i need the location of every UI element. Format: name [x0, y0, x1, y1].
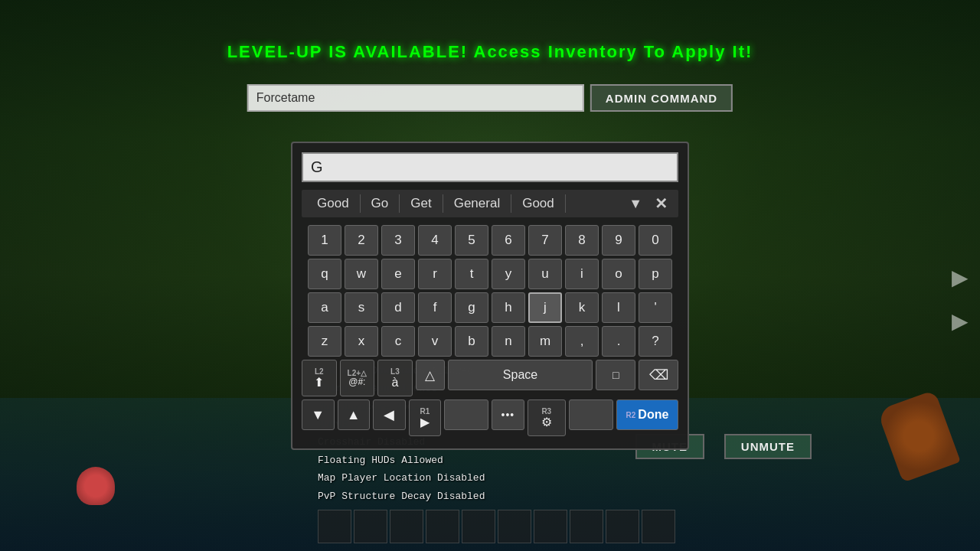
unmute-button[interactable]: UNMUTE — [724, 434, 812, 459]
level-up-banner: LEVEL-UP IS AVAILABLE! Access Inventory … — [227, 42, 753, 62]
hotbar-slot-5[interactable] — [462, 510, 495, 543]
hotbar-slot-3[interactable] — [390, 510, 423, 543]
key-n[interactable]: n — [492, 326, 525, 357]
hotbar-slot-6[interactable] — [498, 510, 531, 543]
suggestion-good1[interactable]: Good — [306, 194, 361, 213]
qwerty-row: q w e r t y u i o p — [302, 259, 678, 289]
right-arrow-1[interactable]: ▶ — [952, 265, 969, 290]
suggestion-good2[interactable]: Good — [511, 194, 566, 213]
hotbar-slot-7[interactable] — [534, 510, 567, 543]
key-1[interactable]: 1 — [308, 225, 341, 256]
key-down-arrow[interactable]: ▼ — [302, 399, 335, 430]
key-comma[interactable]: , — [565, 326, 599, 357]
key-s[interactable]: s — [345, 292, 378, 323]
key-d[interactable]: d — [381, 292, 415, 323]
key-h[interactable]: h — [492, 292, 525, 323]
hotbar-slot-10[interactable] — [642, 510, 675, 543]
key-b[interactable]: b — [455, 326, 488, 357]
suggestions-close-button[interactable]: ✕ — [648, 193, 674, 214]
suggestion-go[interactable]: Go — [361, 194, 400, 213]
hotbar-slot-8[interactable] — [570, 510, 603, 543]
key-y[interactable]: y — [492, 259, 525, 289]
keyboard-search-input[interactable] — [302, 152, 678, 182]
key-0[interactable]: 0 — [639, 225, 672, 256]
key-g[interactable]: g — [455, 292, 488, 323]
hotbar-slot-9[interactable] — [606, 510, 639, 543]
server-info-line-8: PvP Structure Decay Disabled — [318, 487, 485, 505]
key-r3-gear[interactable]: R3 ⚙ — [528, 399, 566, 436]
key-2[interactable]: 2 — [345, 225, 378, 256]
key-m[interactable]: m — [528, 326, 562, 357]
server-info-line-6: Floating HUDs Allowed — [318, 452, 485, 469]
upload-icon: ⬆ — [314, 376, 324, 390]
key-l2-upload[interactable]: L2 ⬆ — [302, 360, 337, 396]
nav-row: ▼ ▲ ◀ R1 ▶ ••• R3 ⚙ R2Done — [302, 399, 678, 436]
key-3[interactable]: 3 — [381, 225, 415, 256]
key-4[interactable]: 4 — [418, 225, 452, 256]
key-u[interactable]: u — [528, 259, 562, 289]
key-6[interactable]: 6 — [492, 225, 525, 256]
suggestions-expand-button[interactable]: ▼ — [622, 194, 648, 214]
key-apostrophe[interactable]: ' — [639, 292, 672, 323]
admin-command-button[interactable]: ADMIN COMMAND — [590, 84, 733, 112]
key-x[interactable]: x — [345, 326, 378, 357]
suggestions-row: Good Go Get General Good ▼ ✕ — [302, 190, 678, 217]
l3-label: L3 — [390, 367, 400, 376]
key-p[interactable]: p — [639, 259, 672, 289]
key-r[interactable]: r — [418, 259, 452, 289]
key-9[interactable]: 9 — [602, 225, 635, 256]
key-c[interactable]: c — [381, 326, 415, 357]
asdf-row: a s d f g h j k l ' — [302, 292, 678, 323]
command-input[interactable] — [247, 84, 584, 112]
hotbar-slot-2[interactable] — [354, 510, 387, 543]
key-8[interactable]: 8 — [565, 225, 599, 256]
key-e[interactable]: e — [381, 259, 415, 289]
key-empty2 — [569, 399, 613, 430]
accent-char: à — [391, 376, 398, 390]
key-j[interactable]: j — [528, 292, 562, 323]
r3-label: R3 — [541, 407, 551, 416]
hotbar — [318, 510, 675, 543]
key-a[interactable]: a — [308, 292, 341, 323]
key-question[interactable]: ? — [639, 326, 672, 357]
key-f[interactable]: f — [418, 292, 452, 323]
key-done[interactable]: R2Done — [616, 399, 678, 430]
right-arrow-2[interactable]: ▶ — [952, 308, 969, 334]
key-7[interactable]: 7 — [528, 225, 562, 256]
key-empty1 — [444, 399, 488, 430]
r1-label: R1 — [420, 407, 430, 416]
key-l3-accent[interactable]: L3 à — [377, 360, 413, 396]
key-q[interactable]: q — [308, 259, 341, 289]
hotbar-slot-1[interactable] — [318, 510, 351, 543]
key-square[interactable]: □ — [596, 360, 635, 390]
symbols-label: @#: — [348, 377, 365, 387]
play-icon: ▶ — [420, 416, 430, 429]
key-up-arrow[interactable]: ▲ — [338, 399, 371, 430]
suggestion-general[interactable]: General — [443, 194, 511, 213]
key-period[interactable]: . — [602, 326, 635, 357]
admin-bar: ADMIN COMMAND — [247, 84, 733, 112]
key-v[interactable]: v — [418, 326, 452, 357]
key-dots[interactable]: ••• — [492, 399, 524, 430]
key-backspace[interactable]: ⌫ — [639, 360, 678, 390]
key-5[interactable]: 5 — [455, 225, 488, 256]
modifier-row: L2 ⬆ L2+△ @#: L3 à △ Space □ ⌫ — [302, 360, 678, 396]
key-l[interactable]: l — [602, 292, 635, 323]
key-r1[interactable]: R1 ▶ — [409, 399, 442, 436]
zxcv-row: z x c v b n m , . ? — [302, 326, 678, 357]
hotbar-slot-4[interactable] — [426, 510, 459, 543]
key-left-arrow[interactable]: ◀ — [373, 399, 406, 430]
key-w[interactable]: w — [345, 259, 378, 289]
keyboard-panel: Good Go Get General Good ▼ ✕ 1 2 3 4 5 6… — [291, 142, 689, 450]
key-t[interactable]: t — [455, 259, 488, 289]
key-triangle[interactable]: △ — [416, 360, 445, 390]
key-l2-symbols[interactable]: L2+△ @#: — [340, 360, 375, 396]
key-i[interactable]: i — [565, 259, 599, 289]
suggestion-get[interactable]: Get — [400, 194, 443, 213]
creature-decoration — [77, 467, 115, 505]
key-z[interactable]: z — [308, 326, 341, 357]
key-k[interactable]: k — [565, 292, 599, 323]
key-space[interactable]: Space — [448, 360, 593, 390]
r2-label: R2 — [626, 411, 636, 419]
key-o[interactable]: o — [602, 259, 635, 289]
